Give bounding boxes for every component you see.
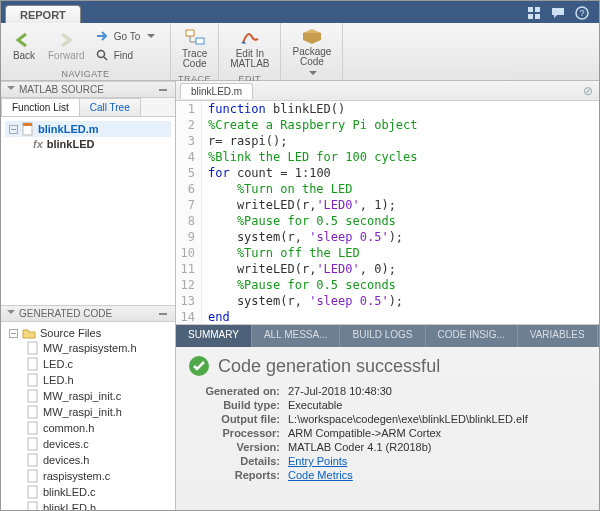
entry-points-link[interactable]: Entry Points <box>288 455 347 467</box>
svg-rect-2 <box>528 14 533 19</box>
cfile-icon <box>27 421 39 435</box>
tab-build-logs[interactable]: BUILD LOGS <box>340 325 425 347</box>
tab-summary[interactable]: SUMMARY <box>176 325 252 347</box>
toolstrip: Back Forward Go To Find NAV <box>1 23 599 81</box>
help-icon[interactable]: ? <box>575 6 589 20</box>
generated-file[interactable]: devices.h <box>5 452 171 468</box>
tree-fn[interactable]: fx blinkLED <box>5 137 171 151</box>
code-editor[interactable]: 1function blinkLED() 2%Create a Raspberr… <box>176 101 599 324</box>
report-row: Processor:ARM Compatible->ARM Cortex <box>188 427 587 439</box>
svg-rect-3 <box>535 14 540 19</box>
cfile-icon <box>27 357 39 371</box>
svg-rect-7 <box>186 30 194 36</box>
tab-variables[interactable]: VARIABLES <box>518 325 598 347</box>
status-text: Code generation successful <box>218 356 440 377</box>
svg-rect-10 <box>23 123 32 126</box>
fx-icon: fx <box>33 138 43 150</box>
editor-tabstrip: blinkLED.m ⊘ <box>176 81 599 101</box>
generated-file[interactable]: blinkLED.h <box>5 500 171 510</box>
tab-code-insights[interactable]: CODE INSIG... <box>426 325 518 347</box>
minimize-icon[interactable] <box>159 89 167 91</box>
svg-rect-11 <box>28 342 37 354</box>
report-row: Build type:Executable <box>188 399 587 411</box>
generated-file[interactable]: blinkLED.c <box>5 484 171 500</box>
cfile-icon <box>27 453 39 467</box>
forward-button: Forward <box>43 29 90 63</box>
mfile-icon <box>22 122 34 136</box>
edit-matlab-button[interactable]: Edit In MATLAB <box>225 25 274 71</box>
group-navigate: NAVIGATE <box>1 68 170 80</box>
code-metrics-link[interactable]: Code Metrics <box>288 469 353 481</box>
cfile-icon <box>27 389 39 403</box>
grid-icon[interactable] <box>527 6 541 20</box>
svg-rect-8 <box>196 38 204 44</box>
generated-file[interactable]: MW_raspi_init.c <box>5 388 171 404</box>
svg-point-6 <box>97 51 104 58</box>
title-bar: REPORT ? <box>1 1 599 23</box>
svg-rect-20 <box>28 486 37 498</box>
generated-tree[interactable]: – Source Files MW_raspisystem.hLED.cLED.… <box>1 322 175 510</box>
generated-file[interactable]: raspisystem.c <box>5 468 171 484</box>
report-row: Version:MATLAB Coder 4.1 (R2018b) <box>188 441 587 453</box>
collapse-icon <box>7 310 15 318</box>
generated-file[interactable]: LED.c <box>5 356 171 372</box>
cfile-icon <box>27 405 39 419</box>
source-tree[interactable]: – blinkLED.m fx blinkLED <box>1 117 175 305</box>
cfile-icon <box>27 469 39 483</box>
tree-folder[interactable]: – Source Files <box>5 326 171 340</box>
chevron-down-icon <box>147 34 155 42</box>
generated-file[interactable]: MW_raspisystem.h <box>5 340 171 356</box>
chat-icon[interactable] <box>551 6 565 20</box>
cfile-icon <box>27 501 39 510</box>
report-row: Generated on:27-Jul-2018 10:48:30 <box>188 385 587 397</box>
svg-rect-14 <box>28 390 37 402</box>
svg-rect-18 <box>28 454 37 466</box>
generated-file[interactable]: devices.c <box>5 436 171 452</box>
svg-text:?: ? <box>579 8 584 18</box>
find-button[interactable]: Find <box>92 46 160 64</box>
generated-file[interactable]: MW_raspi_init.h <box>5 404 171 420</box>
tab-call-tree[interactable]: Call Tree <box>79 98 141 116</box>
svg-rect-13 <box>28 374 37 386</box>
trace-code-button[interactable]: Trace Code <box>177 25 212 71</box>
minus-icon[interactable]: – <box>9 125 18 134</box>
cfile-icon <box>27 485 39 499</box>
goto-button[interactable]: Go To <box>92 27 160 45</box>
cfile-icon <box>27 437 39 451</box>
svg-rect-19 <box>28 470 37 482</box>
source-tabs: Function List Call Tree <box>1 98 175 117</box>
folder-icon <box>22 327 36 339</box>
tab-function-list[interactable]: Function List <box>1 98 80 116</box>
chevron-down-icon <box>309 71 317 79</box>
svg-rect-21 <box>28 502 37 510</box>
cfile-icon <box>27 341 39 355</box>
editor-tab[interactable]: blinkLED.m <box>180 83 253 99</box>
svg-rect-15 <box>28 406 37 418</box>
package-code-button[interactable]: Package Code <box>287 25 336 79</box>
report-body: Code generation successful Generated on:… <box>176 347 599 510</box>
tab-all-messages[interactable]: ALL MESSA... <box>252 325 341 347</box>
success-icon <box>188 355 210 377</box>
report-tabs: SUMMARY ALL MESSA... BUILD LOGS CODE INS… <box>176 325 599 347</box>
minimize-icon[interactable] <box>159 313 167 315</box>
minus-icon[interactable]: – <box>9 329 18 338</box>
generated-code-header[interactable]: GENERATED CODE <box>1 305 175 322</box>
cfile-icon <box>27 373 39 387</box>
app-tab-report[interactable]: REPORT <box>5 5 81 23</box>
svg-rect-12 <box>28 358 37 370</box>
svg-rect-17 <box>28 438 37 450</box>
back-button[interactable]: Back <box>7 29 41 63</box>
generated-file[interactable]: LED.h <box>5 372 171 388</box>
generated-file[interactable]: common.h <box>5 420 171 436</box>
gear-icon[interactable]: ⊘ <box>577 84 599 98</box>
svg-rect-0 <box>528 7 533 12</box>
report-row: Output file:L:\workspace\codegen\exe\bli… <box>188 413 587 425</box>
matlab-source-header[interactable]: MATLAB SOURCE <box>1 81 175 98</box>
svg-rect-16 <box>28 422 37 434</box>
svg-rect-1 <box>535 7 540 12</box>
tree-file-root[interactable]: – blinkLED.m <box>5 121 171 137</box>
collapse-icon <box>7 86 15 94</box>
